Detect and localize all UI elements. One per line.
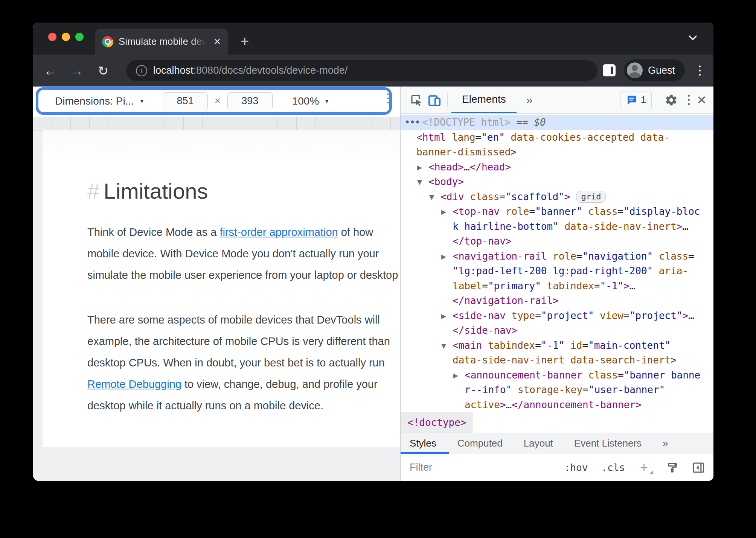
sidebar-tab-styles[interactable]: Styles [410, 438, 436, 449]
dom-tree-line[interactable]: ▼<div class="scaffold">grid [401, 190, 713, 205]
close-window-button[interactable] [48, 33, 56, 41]
code-token: = [582, 340, 588, 351]
dom-tree-line[interactable]: ▶<announcement-banner class="banner bann… [401, 368, 713, 383]
collapse-arrow-icon[interactable]: ▼ [429, 190, 434, 205]
expand-arrow-icon[interactable]: ▶ [441, 205, 446, 220]
sidebar-tab-[interactable]: » [663, 438, 668, 449]
dom-tree-line[interactable]: data-side-nav-inert data-search-inert> [401, 353, 713, 368]
expand-arrow-icon[interactable]: ▶ [417, 160, 422, 175]
new-tab-button[interactable]: + [235, 31, 255, 51]
sidebar-tab-event-listeners[interactable]: Event Listeners [574, 438, 642, 449]
toggle-classes-button[interactable]: .cls [601, 462, 625, 473]
back-button[interactable]: ← [40, 55, 61, 87]
dom-tree-line[interactable]: </side-nav> [401, 323, 713, 338]
device-viewport: # Limitations Think of Device Mode as a … [43, 130, 400, 447]
heading-text: Limitations [104, 178, 208, 204]
dom-tree-line[interactable]: ▶<side-nav type="project" view="project"… [401, 309, 713, 324]
expand-arrow-icon[interactable]: ▶ [441, 249, 446, 264]
browser-menu-icon[interactable] [699, 65, 701, 76]
dom-tree-line[interactable]: ▶<top-nav role="banner" class="display-b… [401, 204, 713, 219]
rendering-emulation-icon[interactable] [666, 461, 679, 474]
dom-tree-line[interactable]: <html lang="en" data-cookies-accepted da… [401, 130, 713, 145]
viewport-height-input[interactable]: 393 [227, 92, 273, 110]
dom-tree-line[interactable]: banner-dismissed> [401, 145, 713, 160]
dom-tree-line[interactable]: k hairline-bottom" data-side-nav-inert>… [401, 219, 713, 234]
code-token: data-side-nav-inert data-search-inert [453, 354, 671, 366]
code-token: "main-content" [588, 340, 671, 351]
dom-tree-line[interactable]: </top-nav> [401, 234, 713, 249]
dom-tree-line[interactable]: r--info" storage-key="user-banner" [401, 383, 713, 398]
code-token: = [576, 251, 582, 262]
zoom-window-button[interactable] [75, 33, 84, 41]
text-segment: desktop while it actually runs on a mobi… [87, 400, 323, 412]
devtools-close-icon[interactable]: ✕ [697, 93, 707, 107]
sidebar-tab-layout[interactable]: Layout [524, 438, 553, 449]
page-paragraphs: Think of Device Mode as a first-order ap… [87, 222, 400, 416]
breadcrumb-doctype[interactable]: <!doctype> [401, 412, 473, 433]
dom-breadcrumb-bar: <!doctype> [401, 412, 713, 433]
code-token: > [623, 280, 629, 292]
text-line: mobile device. With Device Mode you don'… [87, 243, 400, 264]
code-token: </head> [470, 161, 511, 173]
device-toolbar: Dimensions: Pi... ▼ 851 × 393 100% ▼ [33, 87, 400, 117]
site-info-icon[interactable]: i [136, 65, 147, 76]
expand-arrow-icon[interactable]: ▶ [441, 309, 446, 324]
inspect-element-icon[interactable] [407, 91, 425, 109]
toggle-hover-state-button[interactable]: :hov [564, 462, 588, 473]
more-panels-icon[interactable]: » [526, 94, 533, 106]
viewport-width-input[interactable]: 851 [163, 92, 208, 110]
tab-elements[interactable]: Elements [451, 87, 517, 113]
dom-tree-line[interactable]: </navigation-rail> [401, 293, 713, 309]
code-token: > [677, 221, 683, 232]
devtools-menu-icon[interactable] [688, 95, 690, 105]
console-messages-button[interactable]: 1 [620, 91, 652, 109]
code-token: class [588, 369, 618, 381]
expand-arrow-icon[interactable]: ▶ [453, 368, 458, 383]
code-token: class [582, 206, 617, 217]
text-segment: Think of Device Mode as a [87, 226, 219, 238]
doc-link[interactable]: Remote Debugging [87, 378, 181, 390]
dock-side-icon[interactable] [692, 461, 705, 474]
dom-tree-line[interactable]: ▶<head>…</head> [401, 160, 713, 175]
device-toolbar-menu-icon[interactable] [387, 93, 389, 103]
sidebar-tab-computed[interactable]: Computed [457, 438, 503, 449]
collapse-arrow-icon[interactable]: ▼ [441, 339, 446, 354]
code-token: == [511, 117, 534, 128]
collapse-arrow-icon[interactable]: ▼ [417, 175, 422, 190]
dom-tree-line-selected[interactable]: •••<!DOCTYPE html> == $0 [401, 115, 713, 130]
zoom-caret-icon[interactable]: ▼ [324, 98, 329, 104]
settings-gear-icon[interactable] [662, 91, 680, 109]
styles-filter-input[interactable] [409, 458, 551, 477]
heading-anchor-hash[interactable]: # [87, 178, 99, 204]
tab-title: Simulate mobile devices with D [119, 36, 207, 47]
address-bar[interactable]: i localhost:8080/docs/devtools/device-mo… [126, 60, 597, 81]
code-token: = [529, 206, 535, 217]
minimize-window-button[interactable] [62, 33, 70, 41]
new-style-rule-button[interactable]: + [640, 460, 653, 476]
zoom-dropdown[interactable]: 100% [292, 95, 319, 107]
forward-button[interactable]: → [66, 55, 87, 87]
profile-button[interactable]: Guest [624, 59, 685, 81]
avatar [627, 62, 643, 78]
chevron-down-icon[interactable] [687, 34, 698, 41]
code-token: <side-nav [453, 310, 512, 321]
side-panel-icon[interactable] [603, 64, 616, 76]
reload-button[interactable]: ↻ [93, 55, 114, 87]
device-toolbar-toggle-icon[interactable] [425, 91, 444, 109]
browser-tab[interactable]: Simulate mobile devices with D ✕ [95, 29, 228, 55]
dom-tree-line[interactable]: active>…</announcement-banner> [401, 398, 713, 413]
dom-tree-line[interactable]: ▶<navigation-rail role="navigation" clas… [401, 249, 713, 264]
dimensions-caret-icon[interactable]: ▼ [139, 98, 145, 104]
code-token: </announcement-banner> [512, 399, 641, 410]
code-token: aria- [653, 265, 688, 277]
grid-badge[interactable]: grid [576, 191, 606, 203]
dom-tree-line[interactable]: ▼<main tabindex="-1" id="main-content" [401, 338, 713, 353]
text-segment: of how [338, 226, 373, 238]
dom-tree-line[interactable]: label="primary" tabindex="-1">… [401, 279, 713, 294]
tab-close-icon[interactable]: ✕ [213, 37, 221, 46]
screenshot-stage: Simulate mobile devices with D ✕ + ← → ↻… [0, 0, 756, 538]
dimensions-dropdown[interactable]: Dimensions: Pi... [55, 95, 134, 107]
dom-tree-line[interactable]: ▼<body> [401, 175, 713, 190]
doc-link[interactable]: first-order approximation [219, 226, 338, 238]
dom-tree-line[interactable]: "lg:pad-left-200 lg:pad-right-200" aria- [401, 264, 713, 279]
